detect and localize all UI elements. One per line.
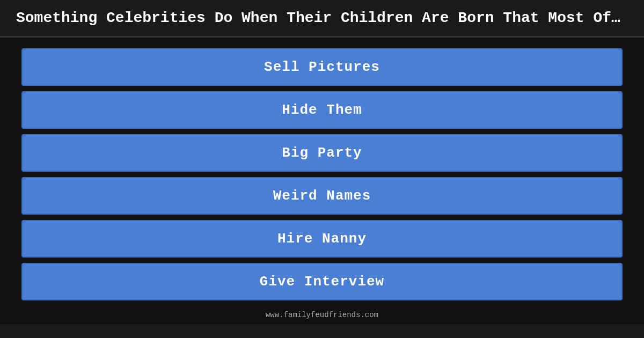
answer-row-5[interactable]: Hire Nanny xyxy=(21,220,623,258)
answer-label-2: Hide Them xyxy=(282,102,362,118)
main-content: Sell PicturesHide ThemBig PartyWeird Nam… xyxy=(0,38,644,306)
answer-row-4[interactable]: Weird Names xyxy=(21,177,623,215)
answer-label-5: Hire Nanny xyxy=(277,231,367,247)
answer-label-4: Weird Names xyxy=(273,188,371,204)
page-title: Something Celebrities Do When Their Chil… xyxy=(16,10,628,26)
answer-label-3: Big Party xyxy=(282,145,362,161)
answer-row-3[interactable]: Big Party xyxy=(21,134,623,172)
answer-label-1: Sell Pictures xyxy=(264,59,380,75)
footer-url: www.familyfeudfriends.com xyxy=(266,311,378,319)
footer: www.familyfeudfriends.com xyxy=(0,306,644,324)
answer-row-2[interactable]: Hide Them xyxy=(21,91,623,129)
header: Something Celebrities Do When Their Chil… xyxy=(0,0,644,38)
answer-row-6[interactable]: Give Interview xyxy=(21,263,623,300)
answer-row-1[interactable]: Sell Pictures xyxy=(21,48,623,86)
answer-label-6: Give Interview xyxy=(260,274,384,290)
